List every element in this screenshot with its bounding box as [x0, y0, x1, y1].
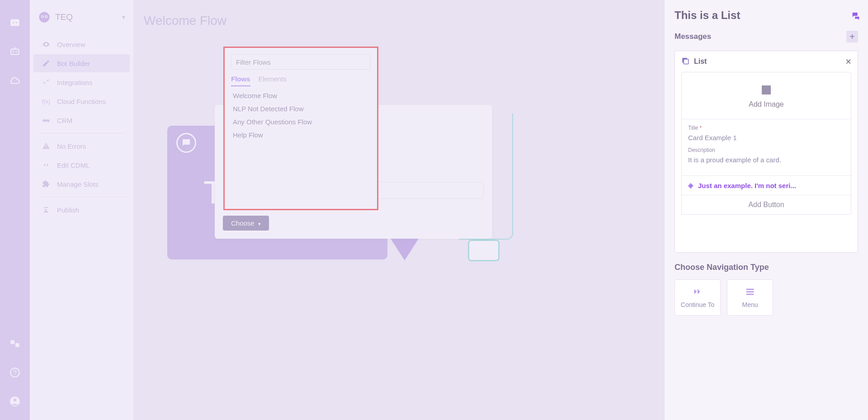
add-image-label: Add Image — [749, 100, 783, 109]
svg-point-13 — [39, 12, 49, 22]
svg-rect-0 — [10, 19, 19, 26]
page-title: Welcome Flow — [144, 14, 226, 28]
flows-list[interactable]: Welcome Flow NLP Not Detected Flow Any O… — [231, 89, 371, 198]
sidebar: TEQ ▾ Overview Bot Builder Integrations … — [30, 0, 134, 420]
handshake-icon — [42, 116, 51, 125]
svg-point-5 — [16, 51, 17, 52]
title-label: Title * — [688, 125, 844, 131]
sidebar-item-manage-slots[interactable]: Manage Slots — [33, 175, 130, 193]
sidebar-label: Manage Slots — [57, 180, 99, 188]
nav-continue-to[interactable]: Continue To — [675, 279, 721, 316]
card-editor: Add Image Title * Card Example 1 Descrip… — [681, 72, 851, 215]
message-editor: List ✕ Add Image Title * Card Example 1 … — [675, 51, 858, 253]
logo-icon — [6, 14, 24, 32]
comments-icon[interactable] — [851, 11, 861, 23]
canvas[interactable]: Welcome Flow T Choose ▾ Flows Elements W… — [134, 0, 664, 420]
sidebar-item-cloud-functions[interactable]: f(x) Cloud Functions — [33, 92, 130, 110]
flow-option[interactable]: Welcome Flow — [231, 89, 371, 102]
sidebar-item-crm[interactable]: CRM — [33, 111, 130, 129]
description-input[interactable]: It is a proud example of a card. — [688, 156, 844, 164]
code-icon — [42, 160, 51, 170]
app-rail: ? — [0, 0, 30, 420]
integrations-icon — [42, 78, 51, 87]
nav-type-heading: Choose Navigation Type — [675, 263, 858, 272]
svg-rect-21 — [746, 291, 754, 293]
bot-icon[interactable] — [6, 42, 24, 61]
add-image-area[interactable]: Add Image — [682, 72, 851, 119]
next-node[interactable] — [468, 240, 500, 261]
close-icon[interactable]: ✕ — [845, 57, 851, 66]
add-message-button[interactable]: + — [846, 31, 858, 42]
title-input[interactable]: Card Example 1 — [688, 134, 844, 142]
sidebar-separator — [38, 197, 125, 197]
svg-point-4 — [13, 51, 14, 52]
sidebar-separator — [38, 133, 125, 133]
diamond-icon: ◈ — [688, 181, 693, 189]
workspace-selector[interactable]: TEQ ▾ — [30, 11, 133, 34]
message-type-label: List — [694, 57, 707, 66]
svg-point-17 — [46, 16, 47, 17]
add-button-row[interactable]: Add Button — [682, 195, 851, 214]
sidebar-label: Overview — [57, 41, 85, 48]
sidebar-label: Cloud Functions — [57, 98, 106, 105]
stack-icon — [681, 57, 689, 66]
card-button-item[interactable]: ◈ Just an example. I'm not seri... — [682, 175, 851, 195]
svg-point-1 — [13, 22, 14, 23]
cloud-icon[interactable] — [6, 71, 24, 90]
choose-label: Choose — [231, 219, 255, 227]
sidebar-item-edit-cdml[interactable]: Edit CDML — [33, 156, 130, 174]
workspace-name: TEQ — [55, 12, 73, 22]
flow-arrow-icon — [388, 235, 421, 260]
card-button-label: Just an example. I'm not seri... — [698, 182, 796, 189]
tab-elements[interactable]: Elements — [259, 75, 287, 86]
sidebar-label: Bot Builder — [57, 60, 90, 67]
svg-rect-8 — [15, 343, 19, 347]
svg-point-16 — [42, 16, 43, 17]
account-icon[interactable] — [6, 396, 24, 415]
sidebar-item-overview[interactable]: Overview — [33, 35, 130, 53]
description-label: Description — [688, 147, 844, 153]
svg-rect-3 — [11, 49, 19, 55]
sidebar-item-no-errors[interactable]: No Errors — [33, 137, 130, 155]
sidebar-item-integrations[interactable]: Integrations — [33, 73, 130, 91]
choose-button[interactable]: Choose ▾ — [223, 216, 269, 231]
continue-icon — [691, 287, 704, 297]
tab-flows[interactable]: Flows — [231, 75, 250, 86]
svg-point-12 — [14, 399, 17, 402]
help-icon[interactable]: ? — [6, 368, 24, 386]
flow-picker-dropdown: Flows Elements Welcome Flow NLP Not Dete… — [223, 47, 378, 210]
svg-text:?: ? — [13, 369, 17, 376]
flow-option[interactable]: Any Other Questions Flow — [231, 115, 371, 128]
svg-rect-22 — [746, 294, 754, 295]
chat-bubble-icon — [176, 133, 196, 153]
messages-heading: Messages — [675, 32, 711, 41]
flow-option[interactable]: Help Flow — [231, 128, 371, 142]
filter-flows-input[interactable] — [231, 54, 371, 70]
warning-icon — [42, 142, 51, 151]
svg-rect-20 — [746, 289, 754, 290]
panel-title: This is a List — [675, 9, 858, 22]
sidebar-label: No Errors — [57, 142, 86, 150]
nav-menu[interactable]: Menu — [727, 279, 773, 316]
translate-icon[interactable] — [6, 339, 24, 357]
nav-menu-label: Menu — [742, 301, 758, 308]
sidebar-label: Integrations — [57, 79, 92, 86]
sidebar-label: CRM — [57, 117, 72, 124]
sidebar-label: Edit CDML — [57, 161, 90, 169]
dropdown-tabs: Flows Elements — [231, 75, 371, 86]
pencil-icon — [42, 59, 51, 68]
fx-icon: f(x) — [42, 97, 51, 106]
svg-rect-7 — [10, 340, 14, 344]
sidebar-item-bot-builder[interactable]: Bot Builder — [33, 54, 130, 72]
svg-point-2 — [16, 22, 17, 23]
sidebar-item-publish[interactable]: Publish — [33, 201, 130, 219]
publish-icon — [42, 205, 51, 214]
caret-down-icon: ▾ — [258, 221, 261, 227]
nav-options: Continue To Menu — [675, 279, 858, 316]
caret-down-icon: ▾ — [122, 14, 125, 21]
flow-option[interactable]: NLP Not Detected Flow — [231, 102, 371, 115]
eye-icon — [42, 40, 51, 49]
nav-continue-label: Continue To — [681, 301, 714, 308]
owl-icon — [38, 11, 51, 24]
puzzle-icon — [42, 179, 51, 189]
